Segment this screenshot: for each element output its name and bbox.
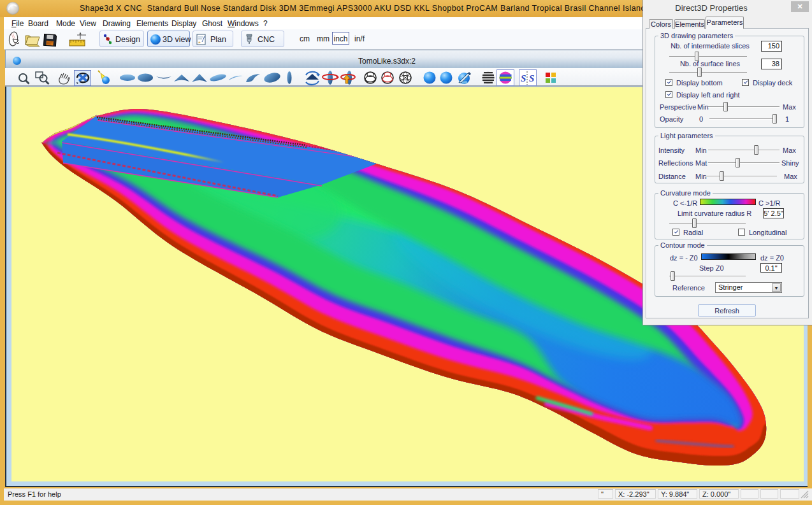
svg-text:S: S [521, 73, 526, 83]
svg-text:S: S [529, 73, 534, 83]
